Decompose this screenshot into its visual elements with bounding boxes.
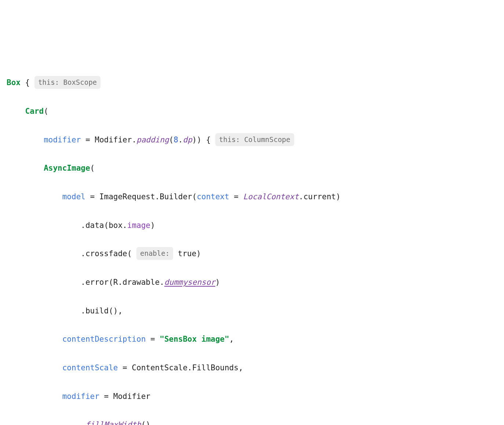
code-line: model = ImageRequest.Builder(context = L… — [7, 190, 497, 204]
code-line: contentScale = ContentScale.FillBounds, — [7, 361, 497, 375]
code-line: .fillMaxWidth() — [7, 418, 497, 425]
scope-hint-box: this: BoxScope — [34, 76, 101, 89]
code-line: Box { this: BoxScope — [7, 76, 497, 90]
kw-box: Box — [7, 78, 21, 87]
code-line: Card( — [7, 104, 497, 119]
ref-dummysensor: dummysensor — [164, 278, 215, 287]
code-line: contentDescription = "SensBox image", — [7, 332, 497, 346]
code-line: .data(box.image) — [7, 218, 497, 233]
kw-asyncimage: AsyncImage — [44, 164, 90, 172]
code-line: AsyncImage( — [7, 161, 497, 175]
kw-card: Card — [25, 107, 44, 116]
code-editor[interactable]: Box { this: BoxScope Card( modifier = Mo… — [7, 61, 497, 425]
scope-hint-column: this: ColumnScope — [215, 133, 294, 146]
code-line: .crossfade( enable: true) — [7, 247, 497, 261]
code-line: modifier = Modifier.padding(8.dp)) { thi… — [7, 133, 497, 147]
code-line: .error(R.drawable.dummysensor) — [7, 275, 497, 290]
code-line: modifier = Modifier — [7, 389, 497, 404]
param-hint-enable: enable: — [136, 247, 173, 260]
string-literal: "SensBox image" — [160, 335, 229, 344]
code-line: .build(), — [7, 304, 497, 318]
